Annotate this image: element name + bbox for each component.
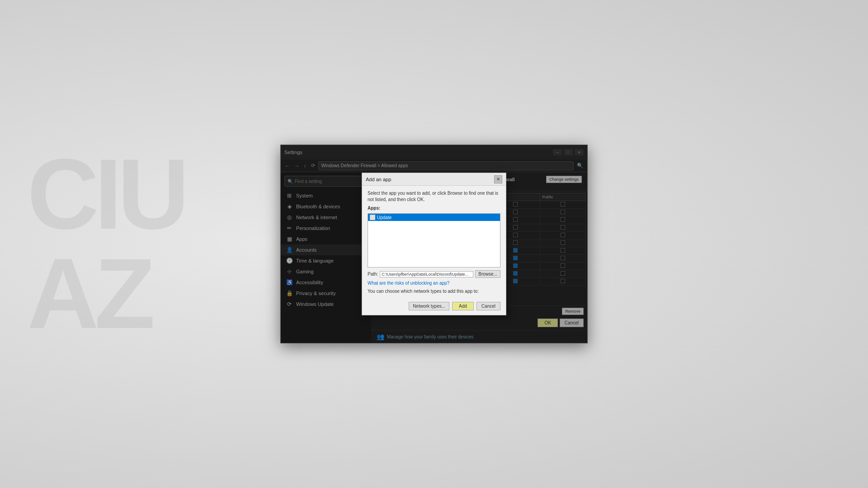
network-desc: You can choose which network types to ad… (368, 288, 479, 295)
dialog-title-bar: Add an app ✕ (362, 173, 506, 186)
add-button[interactable]: Add (452, 302, 474, 310)
browse-button[interactable]: Browse... (475, 270, 500, 278)
watermark: CIUAZ (27, 145, 185, 343)
settings-window: Settings ─ □ ✕ ← → ↑ ⟳ Windows Defender … (280, 145, 588, 343)
dialog-title: Add an app (366, 177, 494, 182)
path-value: C:\Users\pfber\AppData\Local\Discord\Upd… (380, 271, 473, 277)
path-label: Path: (368, 272, 378, 277)
dialog-overlay: Add an app ✕ Select the app you want to … (281, 145, 587, 343)
apps-label: Apps: (368, 206, 500, 211)
add-app-dialog: Add an app ✕ Select the app you want to … (362, 173, 506, 315)
path-row: Path: C:\Users\pfber\AppData\Local\Disco… (368, 270, 500, 278)
network-row: You can choose which network types to ad… (368, 288, 500, 295)
apps-listbox[interactable]: Update (368, 213, 500, 267)
listbox-item-update[interactable]: Update (368, 214, 500, 221)
unlock-link[interactable]: What are the risks of unblocking an app? (368, 281, 500, 286)
dialog-footer: Network types... Add Cancel (362, 299, 506, 315)
app-icon (370, 215, 375, 220)
dialog-close-button[interactable]: ✕ (494, 175, 502, 183)
dialog-cancel-button[interactable]: Cancel (476, 302, 500, 310)
dialog-body: Select the app you want to add, or click… (362, 186, 506, 299)
network-types-button[interactable]: Network types... (409, 302, 449, 310)
dialog-description: Select the app you want to add, or click… (368, 190, 500, 203)
